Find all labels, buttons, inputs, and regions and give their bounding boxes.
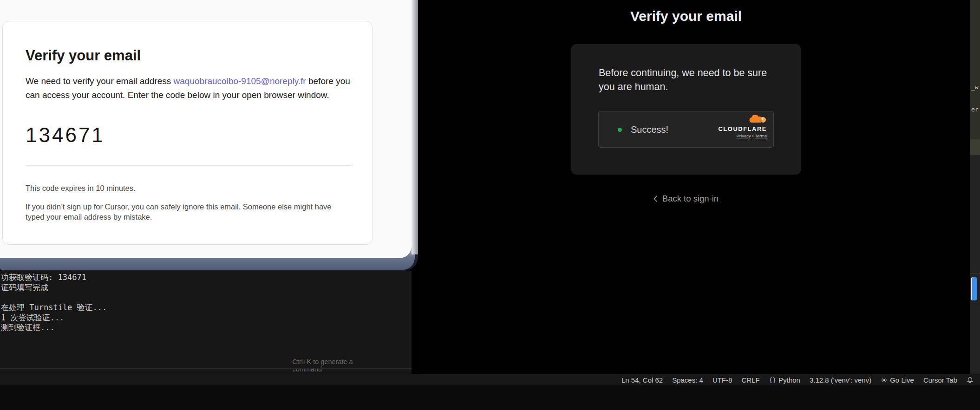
clipped-text-fragment: er	[971, 106, 979, 113]
python-interpreter-indicator[interactable]: 3.12.8 ('venv': venv)	[805, 376, 876, 384]
email-address-link[interactable]: waquobraucoibo-9105@noreply.fr	[174, 76, 306, 86]
clipped-text-fragment: _w	[971, 84, 979, 91]
window-right-edge	[412, 0, 418, 254]
terminal-panel[interactable]: 功获取验证码: 134671 证码填写完成 在处理 Turnstile 验证..…	[0, 271, 412, 374]
terms-link[interactable]: Terms	[755, 133, 767, 138]
verification-code: 134671	[26, 124, 105, 147]
email-body: We need to verify your email address waq…	[26, 74, 354, 102]
email-heading: Verify your email	[26, 47, 141, 64]
cloudflare-links: Privacy • Terms	[711, 133, 767, 138]
email-window: Verify your email We need to verify your…	[0, 0, 418, 271]
status-bar: Ln 54, Col 62 Spaces: 4 UTF-8 CRLF {} Py…	[0, 374, 980, 385]
taskbar: S 1:43 PM 2/12/2025 z z	[0, 385, 980, 410]
email-body-prefix: We need to verify your email address	[26, 76, 174, 86]
go-live-button[interactable]: Go Live	[876, 376, 919, 384]
cloudflare-turnstile-widget: Success! CLOUDFLARE Privacy • Terms	[598, 111, 774, 148]
divider	[26, 165, 351, 166]
terminal-line: 测到验证框...	[1, 322, 55, 333]
terminal-line: 1 次尝试验证...	[1, 312, 64, 323]
terminal-line: 功获取验证码: 134671	[1, 272, 86, 283]
cursor-position-indicator[interactable]: Ln 54, Col 62	[617, 376, 667, 384]
indentation-indicator[interactable]: Spaces: 4	[667, 376, 708, 384]
back-to-signin-label: Back to sign-in	[662, 194, 719, 204]
verification-subtitle: Before continuing, we need to be sure yo…	[599, 66, 784, 94]
language-label: Python	[778, 376, 800, 384]
cloudflare-brand: CLOUDFLARE	[711, 125, 767, 132]
language-mode-indicator[interactable]: {} Python	[764, 376, 805, 384]
edge-strip-divider	[970, 303, 980, 303]
email-card: Verify your email We need to verify your…	[2, 21, 372, 245]
expiry-note: This code expires in 10 minutes.	[26, 184, 136, 193]
edge-strip-divider	[970, 273, 980, 273]
page-title: Verify your email	[571, 8, 801, 24]
back-to-signin-link[interactable]: Back to sign-in	[571, 194, 801, 204]
cursor-tab-indicator[interactable]: Cursor Tab	[919, 376, 962, 384]
privacy-link[interactable]: Privacy	[737, 133, 751, 138]
terminal-hint: Ctrl+K to generate a command	[293, 358, 372, 373]
cloudflare-cloud-icon	[748, 115, 767, 124]
braces-icon: {}	[769, 377, 777, 384]
link-separator: •	[752, 133, 753, 138]
verify-page: Verify your email Before continuing, we …	[418, 0, 980, 374]
edge-strip-upper	[970, 0, 980, 139]
scroll-indicator[interactable]	[971, 277, 977, 300]
edge-strip-highlight	[970, 139, 980, 155]
notifications-button[interactable]	[962, 377, 978, 384]
encoding-indicator[interactable]: UTF-8	[708, 376, 737, 384]
eol-indicator[interactable]: CRLF	[737, 376, 764, 384]
terminal-line: 证码填写完成	[1, 282, 48, 293]
email-disclaimer: If you didn’t sign up for Cursor, you ca…	[26, 202, 351, 222]
turnstile-status: Success!	[631, 124, 668, 135]
terminal-border	[0, 368, 412, 369]
success-dot-icon	[618, 128, 622, 132]
chevron-left-icon	[653, 195, 658, 202]
terminal-line: 在处理 Turnstile 验证...	[1, 302, 107, 313]
broadcast-icon	[881, 377, 888, 384]
verification-card: Before continuing, we need to be sure yo…	[571, 44, 801, 175]
background-window-edge-strip: _w er	[970, 0, 980, 374]
bell-icon	[967, 377, 973, 384]
go-live-label: Go Live	[890, 376, 914, 384]
cloudflare-logo: CLOUDFLARE Privacy • Terms	[711, 115, 767, 138]
